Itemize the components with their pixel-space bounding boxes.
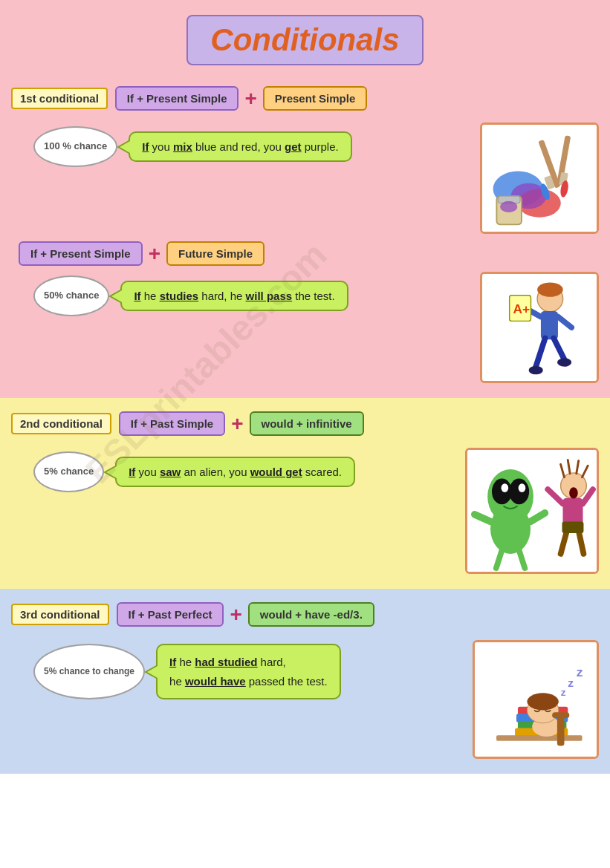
third-cond-header: 3rd conditional If + Past Perfect + woul… [11,596,599,633]
third-formula-row: If + Past Perfect + would + have -ed/3. [117,602,374,627]
plus-icon-3: + [231,412,243,436]
gram-studies: studies [160,290,199,302]
second-example-row: 5% chance If you saw an alien, you would… [33,451,458,492]
gram-if4: If [169,656,176,668]
second-formula-row: If + Past Simple + would + infinitive [119,411,364,436]
svg-point-52 [527,693,558,710]
first-chance2-bubble: 50% chance [33,275,109,316]
gram-hadstudied: had studied [195,656,257,668]
first-formula2-area: If + Present Simple + Future Simple [19,241,599,266]
svg-text:z: z [561,687,566,698]
second-formula-part2: would + infinitive [250,411,364,436]
third-cond-label: 3rd conditional [11,604,109,625]
title-box: Conditionals [186,15,423,65]
third-example-left: 5% chance to change If he had studied ha… [11,640,465,707]
first-formula1-row: If + Present Simple + Present Simple [115,86,367,111]
first-formula1-part1: If + Present Simple [115,86,239,111]
svg-point-38 [569,487,578,498]
first-cond-header: 1st conditional If + Present Simple + Pr… [11,80,599,117]
first-formula2-row: If + Present Simple + Future Simple [19,241,599,266]
first-image1 [480,123,599,234]
page-title: Conditionals [210,22,399,57]
first-example2-left: 50% chance If he studies hard, he will p… [11,272,473,324]
svg-rect-16 [541,311,558,339]
gram-wouldhave: would have [185,675,246,688]
gram-get1: get [285,140,302,153]
plus-icon-1: + [244,87,256,111]
third-example-bubble: If he had studied hard, he would have pa… [156,644,341,699]
second-example-left: 5% chance If you saw an alien, you would… [11,448,458,500]
svg-point-12 [500,201,517,212]
first-example2-row: 50% chance If he studies hard, he will p… [33,275,473,316]
third-example-line1: If he had studied hard, [169,653,328,672]
second-formula-part1: If + Past Simple [119,411,225,436]
first-example2-text: If he studies hard, he will pass the tes… [134,290,334,302]
gram-mix: mix [173,140,192,153]
second-example-bubble: If you saw an alien, you would get scare… [115,457,355,487]
third-image: z z z [473,640,599,759]
gram-if1: If [142,140,149,153]
first-example1-bubble: If you mix blue and red, you get purple. [129,131,351,162]
plus-icon-4: + [230,603,241,627]
first-cond-label: 1st conditional [11,88,108,109]
section-third-conditional: 3rd conditional If + Past Perfect + woul… [0,589,610,774]
svg-point-15 [537,283,563,297]
second-cond-header: 2nd conditional If + Past Simple + would… [11,405,599,442]
first-formula2-part1: If + Present Simple [19,241,143,266]
svg-point-23 [529,366,543,375]
svg-text:z: z [568,676,574,689]
svg-rect-56 [557,714,565,745]
third-formula-part2: would + have -ed/3. [248,602,374,627]
first-example2-bubble: If he studies hard, he will pass the tes… [120,281,348,311]
first-example1-row: 100 % chance If you mix blue and red, yo… [33,126,473,167]
second-example-block: 5% chance If you saw an alien, you would… [11,448,599,574]
gram-wouldget: would get [250,466,302,478]
section-second-conditional: 2nd conditional If + Past Simple + would… [0,398,610,589]
second-chance-bubble: 5% chance [33,451,104,492]
first-chance1-bubble: 100 % chance [33,126,117,167]
first-formula2-part2: Future Simple [166,241,265,266]
title-row: Conditionals [11,7,599,76]
gram-willpass: will pass [246,290,293,302]
first-example2-block: 50% chance If he studies hard, he will p… [11,272,599,383]
section-first-conditional: Conditionals 1st conditional If + Presen… [0,0,610,398]
second-cond-label: 2nd conditional [11,413,111,434]
plus-icon-2: + [149,242,160,266]
svg-rect-57 [552,712,569,718]
second-image [465,448,599,574]
third-example-block: 5% chance to change If he had studied ha… [11,640,599,759]
gram-if3: If [129,466,135,478]
third-chance-bubble: 5% chance to change [33,644,145,699]
svg-rect-49 [496,735,583,741]
svg-point-30 [502,483,509,492]
svg-point-29 [509,479,529,505]
first-formula1-part2: Present Simple [263,86,367,111]
third-example-line2: he would have passed the test. [169,672,328,691]
first-example1-left: 100 % chance If you mix blue and red, yo… [11,123,473,174]
svg-point-31 [519,483,526,492]
svg-text:z: z [577,665,583,679]
svg-point-28 [492,479,512,505]
first-example1-block: 100 % chance If you mix blue and red, yo… [11,123,599,234]
gram-saw: saw [160,466,181,478]
third-example-row: 5% chance to change If he had studied ha… [33,644,465,699]
svg-point-24 [557,358,571,367]
gram-if2: If [134,290,140,302]
second-example-text: If you saw an alien, you would get scare… [129,466,342,478]
third-formula-part1: If + Past Perfect [117,602,224,627]
svg-text:A+: A+ [513,301,530,316]
svg-rect-43 [562,521,584,532]
first-image2: A+ [480,272,599,383]
first-example1-text: If you mix blue and red, you get purple. [142,140,338,153]
